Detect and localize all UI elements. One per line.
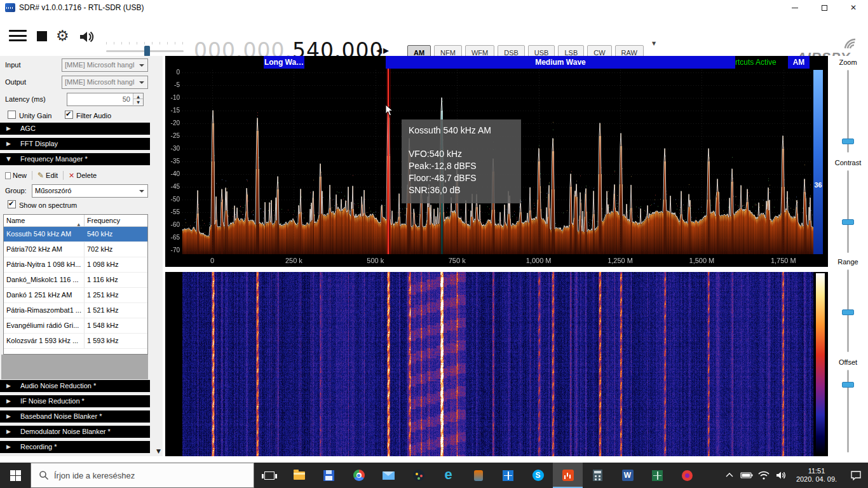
volume-slider-handle[interactable] bbox=[144, 46, 150, 57]
panel-agc[interactable]: ▶AGC bbox=[0, 123, 150, 135]
taskbar-button-blue-window-app[interactable] bbox=[493, 463, 523, 488]
slider-track-offset[interactable] bbox=[847, 370, 849, 452]
taskbar-button-java-app[interactable] bbox=[463, 463, 493, 488]
taskbar-button-mail[interactable] bbox=[374, 463, 403, 488]
skype-icon bbox=[532, 470, 544, 481]
sidebar-scroll-down-icon[interactable]: ▼ bbox=[156, 448, 161, 454]
taskbar-button-edge[interactable] bbox=[433, 463, 463, 488]
notification-center-button[interactable] bbox=[844, 463, 868, 488]
close-button[interactable]: ✕ bbox=[839, 0, 868, 15]
taskbar-search[interactable]: Írjon ide a kereséshez bbox=[31, 463, 254, 488]
spin-up-icon[interactable]: ▲ bbox=[133, 93, 143, 99]
column-header-frequency[interactable]: Frequency bbox=[85, 215, 147, 226]
panel-audio-noise-reduction[interactable]: ▶Audio Noise Reduction * bbox=[0, 380, 150, 392]
edit-pencil-icon: ✎ bbox=[37, 171, 44, 180]
table-row[interactable]: Pátria-Rimaszombat1 ...1 521 kHz bbox=[4, 303, 147, 318]
right-panel: ZoomContrastRangeOffset bbox=[828, 56, 868, 456]
column-header-name[interactable]: Name▲ bbox=[4, 215, 85, 226]
latency-spin-buttons[interactable]: ▲▼ bbox=[133, 93, 143, 105]
taskbar-button-file-explorer[interactable] bbox=[284, 463, 314, 488]
slider-track-contrast[interactable] bbox=[847, 170, 849, 253]
taskbar-button-chrome[interactable] bbox=[344, 463, 374, 488]
start-button[interactable] bbox=[0, 463, 31, 488]
slider-label-zoom: Zoom bbox=[828, 58, 868, 66]
window-controls: ✕ bbox=[780, 0, 868, 15]
new-button[interactable]: New bbox=[3, 170, 29, 180]
settings-gear-icon[interactable]: ⚙ bbox=[56, 28, 69, 43]
slider-track-zoom[interactable] bbox=[847, 70, 849, 152]
stop-button[interactable] bbox=[37, 31, 47, 41]
frequency-step-buttons[interactable]: ◂▸ bbox=[376, 43, 390, 57]
latency-stepper[interactable]: 50 ▲▼ bbox=[67, 93, 144, 106]
input-select[interactable]: [MME] Microsoft hangl bbox=[62, 58, 148, 72]
input-label: Input bbox=[5, 61, 20, 69]
table-row[interactable]: Kossuth 540 kHz AM540 kHz bbox=[4, 227, 147, 242]
menu-icon[interactable] bbox=[9, 30, 27, 41]
speaker-icon[interactable] bbox=[79, 30, 95, 46]
filter-audio-label: Filter Audio bbox=[76, 112, 111, 119]
taskbar-button-sdrsharp[interactable] bbox=[553, 463, 583, 488]
wifi-icon[interactable] bbox=[755, 463, 772, 488]
waterfall-canvas[interactable] bbox=[182, 272, 813, 456]
taskbar-button-task-view[interactable] bbox=[254, 463, 284, 488]
panel-baseband-noise-blanker[interactable]: ▶Baseband Noise Blanker * bbox=[0, 410, 150, 423]
cell-station-frequency: 1 593 kHz bbox=[85, 334, 147, 348]
column-header-frequency-label: Frequency bbox=[87, 217, 120, 224]
tray-chevron-up-icon[interactable] bbox=[721, 463, 738, 488]
slider-track-range[interactable] bbox=[847, 269, 849, 352]
table-row[interactable]: Dankó_Miskolc1 116 ...1 116 kHz bbox=[4, 273, 147, 288]
tray-volume-icon[interactable] bbox=[772, 463, 789, 488]
battery-icon[interactable] bbox=[738, 463, 755, 488]
taskbar-button-word[interactable] bbox=[613, 463, 642, 488]
slider-handle-range[interactable] bbox=[842, 309, 854, 315]
y-axis-tick-label: -25 bbox=[165, 132, 180, 139]
delete-button[interactable]: ✕Delete bbox=[67, 170, 98, 181]
taskbar-app-icons bbox=[254, 463, 702, 488]
unity-gain-label: Unity Gain bbox=[19, 112, 51, 119]
minimize-button[interactable] bbox=[780, 0, 810, 15]
taskbar-button-calculator[interactable] bbox=[583, 463, 613, 488]
chevron-down-icon[interactable]: ▼ bbox=[652, 41, 656, 46]
frequency-table: Name▲ Frequency Kossuth 540 kHz AM540 kH… bbox=[3, 214, 148, 355]
table-row[interactable]: Pátria702 kHz AM702 kHz bbox=[4, 242, 147, 257]
taskbar-button-skype[interactable] bbox=[523, 463, 553, 488]
taskbar-button-spreadsheet-app[interactable] bbox=[642, 463, 672, 488]
table-row[interactable]: Evangéliumi rádió Gri...1 548 kHz bbox=[4, 318, 147, 334]
unity-gain-checkbox[interactable] bbox=[8, 111, 16, 119]
taskbar-button-sdr-scatter[interactable] bbox=[403, 463, 433, 488]
group-select[interactable]: Műsorszóró bbox=[32, 184, 148, 198]
slider-handle-contrast[interactable] bbox=[842, 219, 854, 225]
panel-if-noise-reduction[interactable]: ▶IF Noise Reduction * bbox=[0, 395, 150, 407]
taskbar-button-red-app[interactable] bbox=[672, 463, 702, 488]
output-select[interactable]: [MME] Microsoft hangl bbox=[62, 76, 148, 89]
clock-time: 11:51 bbox=[789, 467, 844, 475]
taskbar-button-floppy-app[interactable] bbox=[314, 463, 344, 488]
frequency-manager-empty-area bbox=[1, 355, 148, 379]
panel-fft-display[interactable]: ▶FFT Display bbox=[0, 138, 150, 150]
spin-down-icon[interactable]: ▼ bbox=[133, 99, 143, 105]
edit-button[interactable]: ✎Edit bbox=[36, 170, 60, 181]
show-on-spectrum-checkbox[interactable] bbox=[8, 200, 16, 208]
slider-handle-offset[interactable] bbox=[842, 382, 854, 388]
frequency-step-down-icon[interactable]: ◂ bbox=[376, 43, 383, 57]
maximize-button[interactable] bbox=[810, 0, 839, 15]
calculator-icon bbox=[593, 470, 602, 481]
table-row[interactable]: Kolozsvár 1 593 kHz ...1 593 kHz bbox=[4, 334, 147, 349]
frequency-manager-toolbar: New ✎Edit ✕Delete bbox=[0, 168, 150, 182]
panel-frequency-manager[interactable]: ▼Frequency Manager * bbox=[0, 153, 150, 165]
spreadsheet-app-icon bbox=[652, 470, 663, 481]
panel-demodulator-noise-blanker[interactable]: ▶Demodulator Noise Blanker * bbox=[0, 426, 150, 438]
frequency-step-up-icon[interactable]: ▸ bbox=[383, 43, 390, 57]
taskbar-clock[interactable]: 11:51 2020. 04. 09. bbox=[789, 467, 844, 484]
slider-handle-zoom[interactable] bbox=[842, 139, 854, 144]
panel-recording[interactable]: ▶Recording * bbox=[0, 441, 150, 453]
cell-station-name: Pátria-Rimaszombat1 ... bbox=[4, 303, 85, 318]
mouse-cursor-icon bbox=[385, 104, 394, 119]
filter-audio-checkbox[interactable] bbox=[65, 111, 73, 119]
cell-station-frequency: 1 521 kHz bbox=[85, 303, 147, 318]
y-axis-tick-label: -10 bbox=[165, 94, 180, 101]
volume-slider[interactable] bbox=[106, 50, 184, 52]
table-row[interactable]: Pátria-Nyitra 1 098 kH...1 098 kHz bbox=[4, 257, 147, 273]
panel-arrow-collapsed-icon: ▶ bbox=[6, 395, 11, 407]
table-row[interactable]: Dankó 1 251 kHz AM1 251 kHz bbox=[4, 288, 147, 303]
